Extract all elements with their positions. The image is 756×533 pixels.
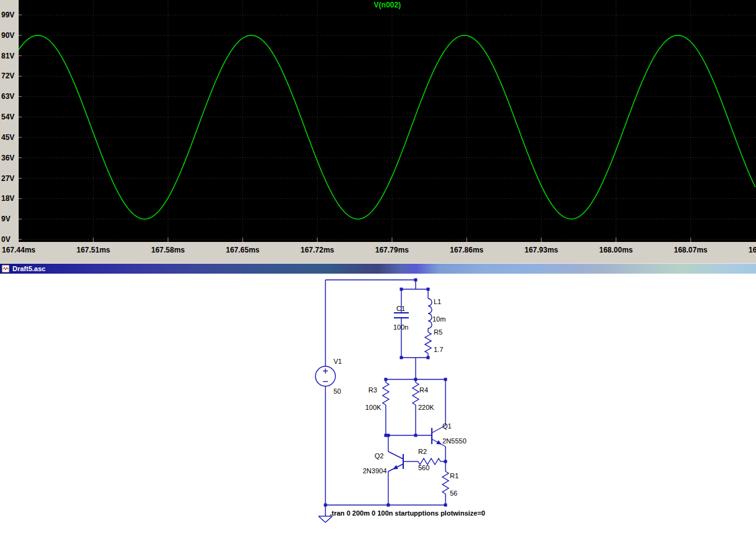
component-r1-symbol[interactable] [442,471,449,494]
trace-title[interactable]: V(n002) [19,1,756,9]
component-r3-symbol[interactable] [383,382,389,405]
y-tick-label: 63V [1,92,18,101]
y-tick-label: 0V [1,235,18,244]
wires [325,280,446,516]
y-tick-label: 99V [1,11,18,19]
component-l1-symbol[interactable] [428,299,432,328]
y-tick-label: 90V [1,31,18,40]
label-r4-value[interactable]: 220K [418,404,434,411]
label-q1-name[interactable]: Q1 [442,422,452,430]
spice-directive-options: ptions plotwinsize=0 [418,509,485,517]
label-r3-value[interactable]: 100K [365,404,381,411]
waveform-pane: V(n002) 99V90V81V72V63V54V45V36V27V18V9V… [0,0,756,263]
y-tick-label: 27V [1,174,18,183]
label-q2-name[interactable]: Q2 [375,452,384,460]
label-r5-name[interactable]: R5 [434,328,442,336]
label-r2-name[interactable]: R2 [418,448,427,455]
spice-directive[interactable]: .tran 0 200m 0 100n startupptions plotwi… [330,509,485,517]
x-tick-label: 168.07ms [666,246,716,254]
y-tick-label: 54V [1,113,18,121]
x-tick-label: 167.58ms [143,246,193,254]
y-tick-label: 72V [1,72,18,80]
label-q1-value[interactable]: 2N5550 [442,437,467,445]
schematic-titlebar[interactable]: Draft5.asc [0,263,756,274]
schematic-pane[interactable]: V1 50 C1 100n L1 10m R5 1.7 R3 100K R4 2… [0,274,756,533]
x-tick-label: 168.00ms [591,246,641,254]
label-r5-value[interactable]: 1.7 [434,346,443,353]
label-v1-value[interactable]: 50 [334,387,341,395]
label-r4-name[interactable]: R4 [419,386,428,394]
x-tick-label: 167.93ms [516,246,566,254]
label-r3-name[interactable]: R3 [368,386,377,394]
x-tick-label: 167.86ms [442,246,492,254]
label-c1-name[interactable]: C1 [396,305,405,312]
y-tick-label: 9V [1,215,18,223]
label-v1-name[interactable]: V1 [334,358,342,365]
label-l1-value[interactable]: 10m [432,315,446,323]
x-tick-label: 167.65ms [218,246,268,254]
schematic-window-title: Draft5.asc [10,265,45,272]
ground-symbol[interactable] [319,516,332,522]
label-r2-value[interactable]: 560 [418,464,429,471]
x-tick-label: 167.79ms [367,246,417,254]
y-tick-label: 36V [1,154,18,162]
component-q2-symbol[interactable] [388,452,403,471]
component-r5-symbol[interactable] [425,332,431,353]
label-c1-value[interactable]: 100n [393,323,408,331]
schematic-window-icon[interactable] [1,264,10,273]
x-tick-label: 167.44ms [0,246,44,254]
x-axis-labels: 167.44ms167.51ms167.58ms167.65ms167.72ms… [0,244,756,261]
x-tick-label: 168.14ms [740,246,756,254]
y-axis-labels: 99V90V81V72V63V54V45V36V27V18V9V0V [0,0,19,242]
trace-vn002 [19,35,755,219]
component-v1-symbol[interactable] [315,366,335,386]
y-tick-label: 81V [1,52,18,60]
spice-directive-tran: .tran 0 200m 0 100n startup [330,509,418,517]
x-tick-label: 167.51ms [68,246,118,254]
label-r1-name[interactable]: R1 [450,472,459,480]
label-q2-value[interactable]: 2N3904 [363,467,387,475]
component-r4-symbol[interactable] [413,382,419,405]
label-r1-value[interactable]: 56 [450,489,457,497]
component-c1-symbol[interactable] [394,313,409,318]
y-tick-label: 18V [1,194,18,203]
waveform-plot[interactable] [19,0,756,242]
y-tick-label: 45V [1,133,18,142]
label-l1-name[interactable]: L1 [434,298,441,305]
x-tick-label: 167.72ms [292,246,342,254]
